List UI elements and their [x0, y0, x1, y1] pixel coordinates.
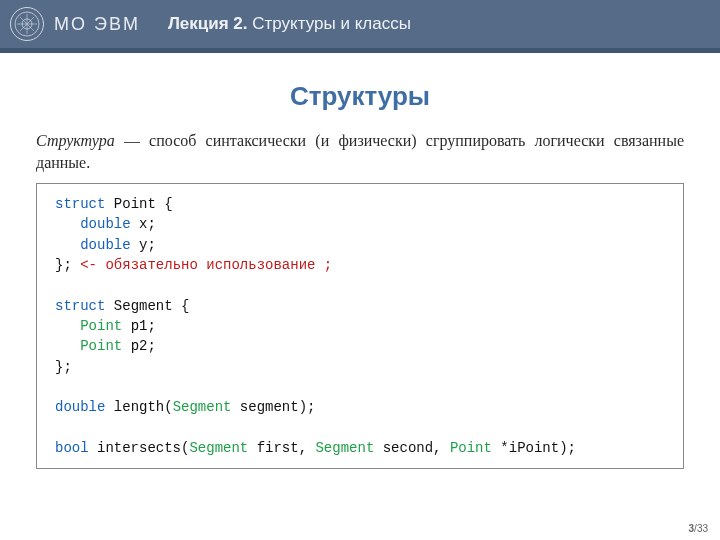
code-type: Point [80, 338, 122, 354]
code-text: }; [55, 359, 72, 375]
code-keyword: double [80, 216, 130, 232]
code-keyword: double [80, 237, 130, 253]
code-text: }; [55, 257, 80, 273]
code-block: struct Point { double x; double y; }; <-… [36, 183, 684, 469]
code-text: *iPoint); [492, 440, 576, 456]
content-area: Структуры Структура — способ синтаксичес… [0, 53, 720, 469]
code-text: p2; [122, 338, 156, 354]
code-keyword: bool [55, 440, 89, 456]
code-keyword: struct [55, 196, 105, 212]
code-text: Point { [105, 196, 172, 212]
code-type: Segment [315, 440, 374, 456]
code-text: p1; [122, 318, 156, 334]
definition-paragraph: Структура — способ синтаксически (и физи… [36, 130, 684, 173]
logo-icon [10, 7, 44, 41]
definition-term: Структура [36, 132, 115, 149]
page-number: 3/33 [689, 523, 708, 534]
page-total: 33 [697, 523, 708, 534]
lecture-title: Структуры и классы [252, 14, 411, 33]
code-text: y; [131, 237, 156, 253]
code-text: segment); [231, 399, 315, 415]
code-text: first, [248, 440, 315, 456]
slide: МО ЭВМ Лекция 2. Структуры и классы Стру… [0, 0, 720, 540]
code-text: intersects( [89, 440, 190, 456]
definition-body: — способ синтаксически (и физически) сгр… [36, 132, 684, 171]
code-text: second, [374, 440, 450, 456]
code-text: length( [105, 399, 172, 415]
brand-text: МО ЭВМ [54, 14, 140, 35]
slide-title: Структуры [36, 81, 684, 112]
code-type: Segment [173, 399, 232, 415]
code-text: x; [131, 216, 156, 232]
code-keyword: double [55, 399, 105, 415]
code-type: Point [450, 440, 492, 456]
code-type: Segment [189, 440, 248, 456]
code-text: Segment { [105, 298, 189, 314]
header-bar: МО ЭВМ Лекция 2. Структуры и классы [0, 0, 720, 48]
lecture-number: Лекция 2. [168, 14, 248, 33]
code-keyword: struct [55, 298, 105, 314]
code-type: Point [80, 318, 122, 334]
code-comment: <- обязательно использование ; [80, 257, 332, 273]
lecture-label: Лекция 2. Структуры и классы [168, 14, 411, 34]
